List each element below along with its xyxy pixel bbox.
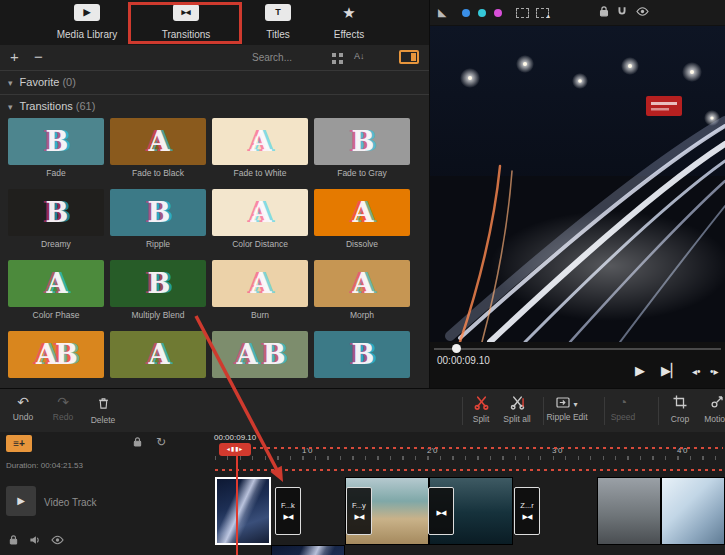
sort-icon[interactable]: A↓ bbox=[354, 51, 365, 61]
eye-icon[interactable] bbox=[636, 5, 649, 18]
search-input[interactable]: Search... bbox=[252, 52, 292, 63]
timeline-clip[interactable] bbox=[271, 545, 345, 555]
previous-edit-point-button[interactable]: ◂• bbox=[692, 366, 701, 377]
transition-item-ripple[interactable]: B Ripple bbox=[110, 189, 206, 249]
transition-letter: A bbox=[353, 197, 372, 228]
speed-gauge-icon: ◔ bbox=[600, 393, 646, 412]
transition-thumb: A bbox=[212, 189, 308, 236]
next-edit-point-button[interactable]: •▸ bbox=[710, 366, 719, 377]
transitions-icon: ▸◂ bbox=[173, 4, 199, 21]
panel-layout-toggle-icon[interactable] bbox=[399, 50, 419, 64]
add-favorite-button[interactable]: + bbox=[10, 48, 19, 65]
magnet-icon[interactable] bbox=[616, 5, 628, 18]
section-transitions[interactable]: ▾ Transitions (61) bbox=[8, 100, 95, 112]
transition-item-fade-to-gray[interactable]: B Fade to Gray bbox=[314, 118, 410, 178]
remove-favorite-button[interactable]: − bbox=[34, 48, 43, 65]
transition-item[interactable]: AB bbox=[8, 331, 104, 378]
transition-thumb: B bbox=[8, 118, 104, 165]
transition-item[interactable]: A B bbox=[212, 331, 308, 378]
transition-item-color-distance[interactable]: A Color Distance bbox=[212, 189, 308, 249]
step-forward-button[interactable]: ▶▏ bbox=[661, 363, 681, 378]
motion-label: Motion bbox=[694, 414, 725, 424]
delete-button[interactable]: Delete bbox=[80, 393, 126, 425]
transition-item-color-phase[interactable]: A Color Phase bbox=[8, 260, 104, 320]
timeline-ruler[interactable] bbox=[215, 456, 725, 460]
edit-toolbar: ↶ Undo ↷ Redo Delete Split Split all ▾ R… bbox=[0, 388, 725, 432]
bowtie-transition-icon: ▶◀ bbox=[523, 513, 532, 521]
preview-scrubber[interactable] bbox=[434, 348, 721, 350]
transition-item-dreamy[interactable]: B Dreamy bbox=[8, 189, 104, 249]
magenta-marker-icon[interactable] bbox=[494, 9, 502, 17]
caret-down-icon: ▾ bbox=[573, 400, 577, 409]
speed-label: Speed bbox=[600, 412, 646, 422]
section-favorite[interactable]: ▾ Favorite (0) bbox=[8, 76, 76, 88]
transition-letter: B bbox=[148, 197, 169, 228]
transition-marker-label: Z...r bbox=[520, 501, 533, 510]
transition-letter: A bbox=[353, 268, 372, 299]
ripple-edit-button[interactable]: ▾ Ripple Edit bbox=[541, 393, 593, 422]
transition-item-fade-to-black[interactable]: A Fade to Black bbox=[110, 118, 206, 178]
lock-icon[interactable] bbox=[132, 436, 143, 448]
timeline-clip[interactable] bbox=[597, 477, 661, 545]
transitions-library-panel: + − Search... A↓ ▾ Favorite (0) ▾ Transi… bbox=[0, 45, 430, 388]
scrubber-handle[interactable] bbox=[452, 344, 461, 353]
render-preview-icon[interactable]: ◣ bbox=[438, 6, 446, 19]
transition-item-fade-to-white[interactable]: A Fade to White bbox=[212, 118, 308, 178]
timeline-clip[interactable] bbox=[661, 477, 725, 545]
blue-marker-icon[interactable] bbox=[462, 9, 470, 17]
transition-item-dissolve[interactable]: A Dissolve bbox=[314, 189, 410, 249]
loop-icon[interactable]: ↻ bbox=[156, 435, 166, 449]
tab-titles[interactable]: T Titles bbox=[252, 4, 304, 42]
video-track-button[interactable]: ▶ bbox=[6, 486, 36, 516]
transition-item-morph[interactable]: A Morph bbox=[314, 260, 410, 320]
transition-marker-label: F...y bbox=[352, 501, 366, 510]
transition-thumb: A bbox=[110, 118, 206, 165]
transition-name: Color Phase bbox=[8, 310, 104, 320]
transition-thumb: B bbox=[314, 331, 410, 378]
transition-item-fade[interactable]: B Fade bbox=[8, 118, 104, 178]
transition-item-multiply-blend[interactable]: B Multiply Blend bbox=[110, 260, 206, 320]
motion-button[interactable]: Motion bbox=[694, 393, 725, 424]
video-preview[interactable] bbox=[430, 26, 725, 342]
play-button[interactable]: ▶ bbox=[635, 363, 645, 378]
select-region-icon[interactable] bbox=[516, 8, 529, 18]
playhead-handle[interactable]: ◂▮▮▸ bbox=[219, 443, 251, 456]
split-all-label: Split all bbox=[494, 414, 540, 424]
transition-name: Morph bbox=[314, 310, 410, 320]
transition-name: Dreamy bbox=[8, 239, 104, 249]
timeline-clip[interactable] bbox=[215, 477, 271, 545]
cyan-marker-icon[interactable] bbox=[478, 9, 486, 17]
divider bbox=[0, 70, 429, 71]
tab-media-library[interactable]: ▶ Media Library bbox=[48, 4, 126, 42]
transition-item[interactable]: B bbox=[314, 331, 410, 378]
transition-item[interactable]: A bbox=[110, 331, 206, 378]
timeline-transition-marker[interactable]: F...y ▶◀ bbox=[346, 487, 372, 535]
track-controls bbox=[8, 534, 64, 546]
titles-icon: T bbox=[265, 4, 291, 21]
transition-thumb: A bbox=[314, 260, 410, 307]
tab-effects[interactable]: ★ Effects bbox=[318, 4, 380, 42]
duration-value: 00:04:21.53 bbox=[41, 461, 83, 470]
timeline-transition-marker[interactable]: ▶◀ bbox=[428, 487, 454, 535]
timeline-transition-marker[interactable]: Z...r ▶◀ bbox=[514, 487, 540, 535]
delete-label: Delete bbox=[80, 415, 126, 425]
lock-icon[interactable] bbox=[598, 5, 610, 18]
timeline-transition-marker[interactable]: F...k ▶◀ bbox=[275, 487, 301, 535]
transition-letter: A bbox=[251, 268, 270, 299]
lock-icon[interactable] bbox=[8, 534, 19, 546]
speed-button[interactable]: ◔ Speed bbox=[600, 393, 646, 422]
transition-name: Fade to White bbox=[212, 168, 308, 178]
transition-item-burn[interactable]: A Burn bbox=[212, 260, 308, 320]
add-track-button[interactable]: ≡+ bbox=[6, 435, 32, 452]
select-clip-icon[interactable]: ▴ bbox=[536, 8, 549, 18]
duration-label: Duration: bbox=[6, 461, 38, 470]
chevron-down-icon: ▾ bbox=[8, 102, 13, 112]
split-all-button[interactable]: Split all bbox=[494, 393, 540, 424]
transition-thumb: A bbox=[314, 189, 410, 236]
preview-toolbar: ◣ ▴ bbox=[430, 0, 725, 25]
eye-icon[interactable] bbox=[51, 534, 64, 546]
speaker-icon[interactable] bbox=[29, 534, 41, 546]
tab-transitions[interactable]: ▸◂ Transitions bbox=[138, 4, 234, 42]
playhead-line[interactable] bbox=[236, 444, 238, 555]
grid-view-icon[interactable] bbox=[332, 53, 343, 64]
